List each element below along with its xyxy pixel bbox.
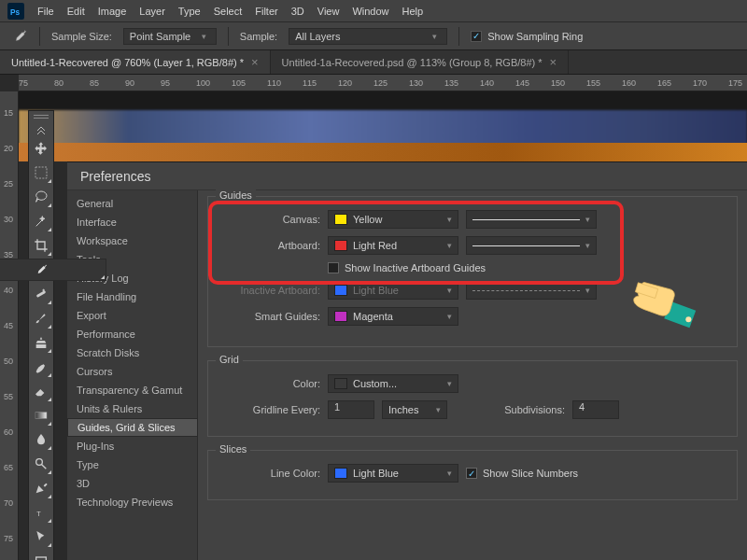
- ruler-tick: 45: [4, 321, 13, 330]
- show-slice-numbers-checkbox[interactable]: ✓ Show Slice Numbers: [466, 468, 578, 479]
- ruler-tick: 50: [4, 357, 13, 366]
- subdivisions-input[interactable]: 4: [572, 400, 619, 419]
- brush-tool[interactable]: [30, 307, 52, 329]
- menu-help[interactable]: Help: [402, 6, 424, 17]
- color-swatch: [334, 240, 347, 251]
- prefs-category[interactable]: Plug-Ins: [67, 437, 197, 455]
- chevron-down-icon: ▾: [447, 469, 452, 478]
- color-swatch: [334, 311, 347, 322]
- close-icon[interactable]: ×: [251, 55, 259, 69]
- path-selection-tool[interactable]: [30, 525, 52, 548]
- pen-tool[interactable]: [30, 477, 52, 499]
- canvas-style-dropdown[interactable]: ▾: [466, 210, 597, 229]
- prefs-category[interactable]: Type: [67, 455, 197, 474]
- artboard-style-dropdown[interactable]: ▾: [466, 236, 597, 255]
- prefs-category[interactable]: Technology Previews: [67, 493, 197, 511]
- menu-edit[interactable]: Edit: [67, 6, 85, 17]
- app-logo: Ps: [7, 3, 24, 20]
- checkbox-icon: ✓: [471, 31, 482, 42]
- eraser-tool[interactable]: [30, 380, 52, 402]
- ruler-tick: 40: [4, 286, 13, 295]
- canvas[interactable]: [19, 91, 747, 161]
- marquee-tool[interactable]: [30, 161, 52, 184]
- smart-guides-dropdown[interactable]: Magenta ▾: [328, 307, 458, 326]
- blur-tool[interactable]: [30, 428, 52, 451]
- prefs-category[interactable]: Export: [67, 306, 197, 325]
- prefs-category[interactable]: Guides, Grid & Slices: [67, 418, 198, 437]
- ruler-tick: 160: [622, 78, 636, 88]
- prefs-category[interactable]: Cursors: [67, 362, 197, 381]
- prefs-category[interactable]: Workspace: [67, 231, 197, 250]
- ruler-tick: 105: [232, 78, 246, 88]
- type-tool[interactable]: T: [30, 501, 52, 524]
- gridline-every-input[interactable]: 1: [328, 400, 374, 419]
- ruler-tick: 75: [19, 78, 28, 88]
- dodge-tool[interactable]: [30, 453, 52, 475]
- gradient-tool[interactable]: [30, 404, 52, 427]
- canvas-color-dropdown[interactable]: Yellow ▾: [328, 210, 458, 229]
- menu-select[interactable]: Select: [214, 6, 243, 17]
- menu-layer[interactable]: Layer: [139, 6, 165, 17]
- rectangle-tool[interactable]: [30, 550, 52, 560]
- canvas-color-value: Yellow: [353, 214, 382, 225]
- chevron-down-icon: ▾: [447, 241, 452, 250]
- slices-group: Slices Line Color: Light Blue ▾ ✓ Show S…: [207, 450, 738, 500]
- prefs-category[interactable]: Units & Rulers: [67, 399, 197, 418]
- ruler-tick: 125: [374, 78, 388, 88]
- prefs-category[interactable]: Interface: [67, 213, 197, 231]
- preferences-title: Preferences: [67, 162, 747, 190]
- prefs-category[interactable]: General: [67, 194, 197, 213]
- prefs-category[interactable]: 3D: [67, 474, 197, 493]
- grid-group: Grid Color: Custom... ▾ Gridline Every: …: [207, 360, 738, 437]
- close-icon[interactable]: ×: [550, 55, 557, 69]
- color-swatch: [334, 285, 347, 296]
- lasso-tool[interactable]: [30, 186, 52, 208]
- document-tab[interactable]: Untitled-1-Recovered @ 760% (Layer 1, RG…: [0, 50, 271, 74]
- panel-grip[interactable]: [34, 115, 49, 119]
- ruler-tick: 165: [657, 78, 671, 88]
- document-tab[interactable]: Untitled-1a-Recovered.psd @ 113% (Group …: [271, 50, 570, 74]
- prefs-category[interactable]: File Handling: [67, 287, 197, 306]
- menu-image[interactable]: Image: [98, 6, 127, 17]
- magic-wand-tool[interactable]: [30, 210, 52, 232]
- healing-brush-tool[interactable]: [30, 283, 52, 305]
- vertical-ruler[interactable]: 15202530354045505560657075: [0, 91, 19, 560]
- preferences-dialog: Preferences GeneralInterfaceWorkspaceToo…: [67, 161, 747, 560]
- history-brush-tool[interactable]: [30, 356, 52, 378]
- eyedropper-tool[interactable]: [0, 259, 106, 281]
- clone-stamp-tool[interactable]: [30, 331, 52, 354]
- gridline-unit-dropdown[interactable]: Inches ▾: [382, 400, 447, 419]
- show-sampling-ring-checkbox[interactable]: ✓ Show Sampling Ring: [471, 31, 583, 42]
- menu-3d[interactable]: 3D: [291, 6, 304, 17]
- chevron-down-icon: ▾: [447, 215, 452, 224]
- subdivisions-label: Subdivisions:: [490, 404, 565, 415]
- prefs-category[interactable]: Scratch Disks: [67, 343, 197, 362]
- sample-size-dropdown[interactable]: Point Sample ▾: [123, 28, 217, 45]
- grid-group-label: Grid: [216, 354, 243, 365]
- grid-color-dropdown[interactable]: Custom... ▾: [328, 374, 458, 393]
- svg-text:Ps: Ps: [10, 7, 21, 16]
- gridline-every-label: Gridline Every:: [218, 404, 320, 415]
- menu-window[interactable]: Window: [352, 6, 388, 17]
- chevron-down-icon: ▾: [202, 32, 206, 41]
- show-inactive-checkbox[interactable]: Show Inactive Artboard Guides: [328, 262, 486, 273]
- ruler-tick: 155: [586, 78, 600, 88]
- menu-type[interactable]: Type: [178, 6, 201, 17]
- sample-size-value: Point Sample: [130, 31, 190, 42]
- artboard-color-dropdown[interactable]: Light Red ▾: [328, 236, 458, 255]
- canvas-label: Canvas:: [218, 214, 320, 225]
- annotation-pointer-hand: [626, 261, 700, 334]
- move-tool[interactable]: [30, 137, 52, 160]
- horizontal-ruler[interactable]: 7580859095100105110115120125130135140145…: [19, 75, 747, 91]
- sample-dropdown[interactable]: All Layers ▾: [289, 28, 447, 45]
- crop-tool[interactable]: [30, 234, 52, 257]
- expand-icon[interactable]: [36, 126, 46, 135]
- svg-rect-3: [36, 290, 47, 298]
- menu-filter[interactable]: Filter: [255, 6, 277, 17]
- menu-file[interactable]: File: [37, 6, 54, 17]
- ruler-tick: 175: [728, 78, 742, 88]
- line-color-dropdown[interactable]: Light Blue ▾: [328, 464, 458, 483]
- prefs-category[interactable]: Performance: [67, 325, 197, 343]
- prefs-category[interactable]: Transparency & Gamut: [67, 381, 197, 399]
- menu-view[interactable]: View: [317, 6, 340, 17]
